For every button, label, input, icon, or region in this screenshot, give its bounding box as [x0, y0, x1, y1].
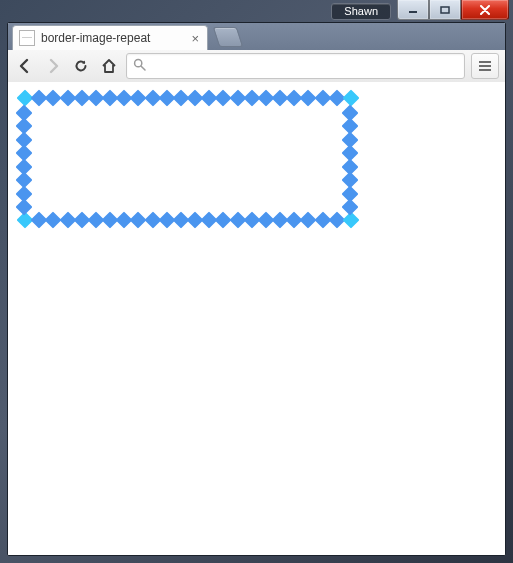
forward-arrow-icon — [45, 58, 61, 74]
border-left — [18, 92, 32, 228]
tab-strip: border-image-repeat × — [8, 23, 505, 50]
window-frame: Shawn border-image-repeat × — [0, 0, 513, 563]
page-viewport — [8, 82, 505, 555]
maximize-icon — [440, 6, 450, 14]
border-bottom — [18, 214, 358, 228]
minimize-icon — [408, 6, 418, 14]
forward-button[interactable] — [42, 55, 64, 77]
browser-toolbar — [8, 50, 505, 83]
border-right — [344, 92, 358, 228]
window-titlebar: Shawn — [0, 0, 513, 24]
page-favicon-icon — [19, 30, 35, 46]
chrome-menu-button[interactable] — [471, 53, 499, 79]
border-image-demo — [18, 92, 358, 228]
svg-line-3 — [141, 66, 145, 70]
new-tab-button[interactable] — [213, 27, 243, 47]
svg-rect-1 — [441, 7, 449, 13]
diamond-edge-icon — [16, 199, 33, 216]
search-icon — [133, 58, 146, 74]
address-input[interactable] — [152, 58, 458, 75]
window-buttons — [397, 0, 509, 20]
border-top — [18, 92, 358, 106]
diamond-edge-icon — [342, 199, 359, 216]
reload-button[interactable] — [70, 55, 92, 77]
browser-tab[interactable]: border-image-repeat × — [12, 25, 208, 50]
tab-close-button[interactable]: × — [191, 32, 199, 45]
back-button[interactable] — [14, 55, 36, 77]
window-close-button[interactable] — [461, 0, 509, 20]
home-icon — [101, 58, 117, 74]
window-minimize-button[interactable] — [397, 0, 429, 20]
back-arrow-icon — [17, 58, 33, 74]
home-button[interactable] — [98, 55, 120, 77]
browser-window: border-image-repeat × — [7, 22, 506, 556]
reload-icon — [73, 58, 89, 74]
svg-rect-0 — [409, 11, 417, 13]
close-icon — [479, 5, 491, 15]
user-badge: Shawn — [331, 3, 391, 20]
tab-title: border-image-repeat — [41, 31, 150, 45]
menu-icon — [479, 65, 491, 67]
window-maximize-button[interactable] — [429, 0, 461, 20]
omnibox[interactable] — [126, 53, 465, 79]
